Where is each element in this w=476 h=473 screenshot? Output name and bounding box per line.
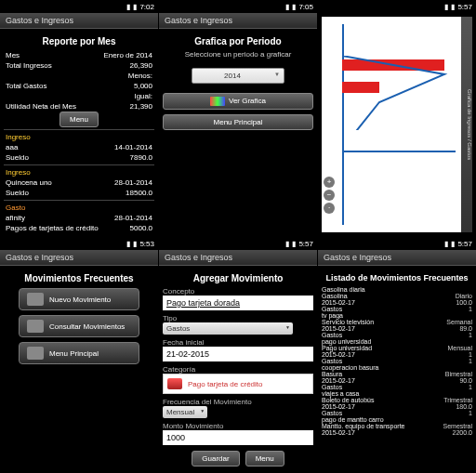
date-input[interactable]: 21-02-2015 [163, 347, 313, 361]
entry-type: Gasto [6, 204, 25, 212]
list-item[interactable]: cooperacion basura [322, 364, 472, 371]
concept-label: Concepto [163, 287, 313, 296]
item-name: cooperacion basura [322, 364, 379, 371]
list-item[interactable]: Boleto de autobúsTrimestral [322, 397, 472, 403]
item-value: Semestral [443, 423, 472, 429]
item-value: 90.0 [459, 377, 472, 384]
list-item[interactable]: pago de mantto carro [322, 416, 472, 423]
chart-canvas[interactable]: + − · Grafica de Ingresos / Gastos [322, 17, 472, 232]
entry-cat: Sueldo [6, 153, 29, 162]
entry-cat: Pagos de tarjetas de crédito [6, 224, 99, 232]
movements-list[interactable]: Gasolina diariaGasolinaDiario2015-02-171… [322, 286, 472, 436]
menu-button[interactable]: Menu [60, 112, 99, 127]
menu-button[interactable]: Menu [245, 451, 284, 466]
item-value: Mensual [448, 345, 472, 351]
list-item[interactable]: 2015-02-171 [322, 351, 472, 358]
category-picker[interactable]: Pago tarjeta de crédito [163, 374, 313, 394]
concept-input[interactable]: Pago tarjeta dorada [163, 296, 313, 310]
status-bar: ▮ ▮ 5:57 [318, 0, 476, 13]
status-bar: ▮ ▮ 7:05 [159, 0, 317, 13]
item-name: Gastos [322, 306, 342, 312]
item-name: Pago universidad [322, 345, 372, 351]
list-item[interactable]: Gasolina diaria [322, 286, 472, 293]
row-label: Mes [6, 51, 20, 59]
subtitle: Seleccione un periodo a graficar [163, 50, 313, 59]
list-item[interactable]: Gastos1 [322, 384, 472, 390]
row-value: Igual: [134, 92, 152, 100]
main-menu-button[interactable]: Menu Principal [19, 342, 139, 364]
item-name: Mantto. equipo de transporte [322, 423, 405, 429]
clock: 5:53 [139, 240, 154, 248]
screen-chart: ▮ ▮ 5:57 + − · Grafica de Ingresos / Gas… [318, 0, 476, 236]
list-item[interactable]: BasuraBimestral [322, 371, 472, 377]
list-item[interactable]: pago universidad [322, 338, 472, 345]
screen-chart-select: ▮ ▮ 7:05 Gastos e Ingresos Grafica por P… [159, 0, 317, 236]
row-value: 26,390 [130, 61, 152, 70]
item-value: 1 [469, 351, 472, 358]
entry-type: Ingreso [6, 168, 31, 177]
battery-icon: ▮ [292, 240, 296, 248]
item-value: 1 [469, 410, 472, 416]
item-name: 2015-02-17 [322, 325, 355, 332]
list-item[interactable]: Pago universidadMensual [322, 345, 472, 351]
save-button[interactable]: Guardar [192, 451, 239, 466]
view-chart-button[interactable]: Ver Grafica [163, 93, 313, 110]
screen-add-movement: ▮ ▮ 5:57 Gastos e Ingresos Agregar Movim… [159, 237, 317, 473]
list-item[interactable]: viajes a casa [322, 390, 472, 397]
query-movements-button[interactable]: Consultar Movimientos [19, 315, 139, 337]
entry-amt: 7890.0 [130, 153, 152, 162]
list-item[interactable]: 2015-02-1790.0 [322, 377, 472, 384]
list-item[interactable]: Gastos1 [322, 306, 472, 312]
battery-icon: ▮ [451, 240, 455, 248]
frequency-select[interactable]: Mensual [163, 406, 207, 418]
x-axis [342, 151, 456, 152]
zoom-out-button[interactable]: − [324, 190, 335, 201]
item-name: Basura [322, 371, 342, 377]
item-name: Gasolina diaria [322, 286, 365, 293]
clock: 5:57 [298, 240, 313, 248]
battery-icon: ▮ [133, 3, 137, 11]
zoom-reset-button[interactable]: · [324, 203, 335, 214]
list-item[interactable]: 2015-02-17100.0 [322, 299, 472, 306]
entry-name: afinity [6, 214, 25, 222]
main-menu-button[interactable]: Menu Principal [163, 114, 313, 130]
row-value: 21,390 [130, 102, 152, 111]
signal-icon: ▮ [285, 240, 289, 248]
type-select[interactable]: Gastos [163, 322, 293, 335]
list-item[interactable]: GasolinaDiario [322, 293, 472, 299]
zoom-in-button[interactable]: + [324, 177, 335, 188]
list-item[interactable]: Gastos1 [322, 332, 472, 338]
signal-icon: ▮ [444, 240, 448, 248]
item-name: Gastos [322, 410, 342, 416]
row-value: Menos: [128, 72, 152, 80]
app-bar: Gastos e Ingresos [159, 250, 317, 266]
list-item[interactable]: Gastos1 [322, 358, 472, 364]
clock: 5:57 [457, 240, 472, 248]
list-item[interactable]: 2015-02-172200.0 [322, 429, 472, 436]
list-item[interactable]: Gastos1 [322, 410, 472, 416]
entry-amt: 18500.0 [126, 189, 152, 197]
app-bar: Gastos e Ingresos [159, 13, 317, 29]
item-value: Diario [456, 293, 472, 299]
list-item[interactable]: 2015-02-1789.0 [322, 325, 472, 332]
app-bar: Gastos e Ingresos [0, 13, 158, 29]
list-item[interactable]: 2015-02-17180.0 [322, 403, 472, 410]
item-value: 1 [469, 358, 472, 364]
year-select[interactable]: 2014 [192, 68, 284, 84]
amount-input[interactable]: 1000 [163, 430, 313, 445]
page-title: Movimientos Frecuentes [4, 273, 154, 283]
entry-type: Ingreso [6, 133, 31, 141]
list-item[interactable]: Servicio televisiónSemanal [322, 319, 472, 325]
list-item[interactable]: tv paga [322, 312, 472, 319]
list-item[interactable]: Mantto. equipo de transporteSemestral [322, 423, 472, 429]
new-movement-button[interactable]: Nuevo Movimiento [19, 288, 139, 310]
item-name: Gasolina [322, 293, 348, 299]
search-icon [27, 320, 44, 333]
row-label: Total Gastos [6, 82, 46, 90]
signal-icon: ▮ [444, 3, 448, 11]
item-name: Gastos [322, 358, 342, 364]
row-value: Enero de 2014 [104, 51, 153, 59]
status-bar: ▮ ▮ 5:57 [159, 237, 317, 250]
entry-name: Quincena uno [6, 178, 52, 187]
date-label: Fecha inicial [163, 338, 313, 347]
